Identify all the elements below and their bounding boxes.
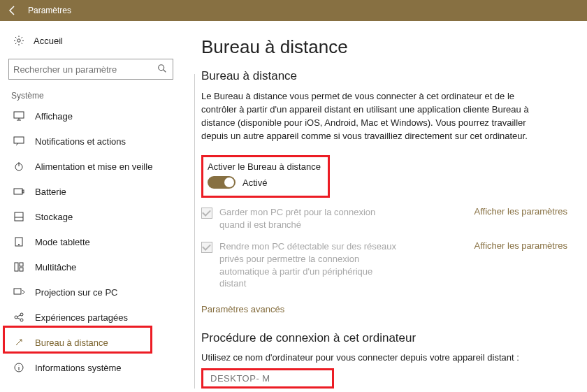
tablet-icon — [11, 237, 27, 247]
svg-point-15 — [20, 313, 23, 316]
pc-name-highlight-box: DESKTOP- M — [201, 368, 334, 389]
svg-rect-12 — [20, 268, 23, 271]
sidebar-item-label: Informations système — [35, 363, 122, 373]
sidebar-item-multitache[interactable]: Multitâche — [8, 254, 182, 280]
sidebar-item-experiences-partagees[interactable]: Expériences partagées — [8, 305, 182, 330]
gear-icon — [11, 35, 27, 46]
back-button[interactable] — [3, 1, 22, 20]
power-icon — [11, 161, 27, 171]
pc-name-value: DESKTOP- M — [210, 373, 270, 384]
svg-rect-13 — [14, 289, 21, 294]
project-icon — [11, 288, 27, 296]
search-box[interactable] — [8, 59, 173, 80]
main-content: Bureau à distance Bureau à distance Le B… — [182, 21, 587, 389]
remote-icon — [11, 337, 27, 347]
checkbox-icon[interactable] — [201, 242, 212, 253]
sidebar-item-projection[interactable]: Projection sur ce PC — [8, 280, 182, 305]
connect-description: Utilisez ce nom d'ordinateur pour vous c… — [201, 352, 551, 363]
info-icon — [11, 363, 27, 372]
svg-rect-10 — [15, 263, 18, 271]
sidebar-item-label: Stockage — [35, 212, 73, 222]
section-title: Bureau à distance — [201, 69, 567, 83]
sidebar-item-affichage[interactable]: Affichage — [8, 103, 182, 129]
sidebar-item-alimentation[interactable]: Alimentation et mise en veille — [8, 154, 182, 179]
sidebar-item-informations-systeme[interactable]: Informations système — [8, 355, 182, 380]
svg-rect-2 — [14, 112, 24, 118]
svg-rect-5 — [14, 189, 22, 194]
checkbox-icon[interactable] — [201, 208, 212, 219]
sidebar-item-label: Mode tablette — [35, 237, 90, 247]
svg-rect-11 — [20, 263, 23, 266]
toggle-label: Activer le Bureau à distance — [208, 161, 321, 172]
option-keep-pc-ready: Garder mon PC prêt pour la connexion qua… — [201, 206, 567, 231]
option-discoverable: Rendre mon PC détectable sur des réseaux… — [201, 240, 567, 289]
sidebar-item-label: Affichage — [35, 111, 73, 122]
home-button[interactable]: Accueil — [8, 29, 182, 52]
toggle-highlight-box: Activer le Bureau à distance Activé — [201, 155, 330, 198]
description-text: Le Bureau à distance vous permet de vous… — [201, 90, 551, 143]
svg-point-9 — [18, 244, 19, 245]
sidebar-item-label: Multitâche — [35, 262, 76, 273]
svg-point-14 — [15, 316, 17, 319]
svg-point-0 — [17, 39, 20, 42]
share-icon — [11, 312, 27, 322]
toggle-state-text: Activé — [242, 177, 267, 188]
page-title: Bureau à distance — [201, 36, 567, 58]
svg-point-1 — [159, 65, 164, 71]
svg-rect-6 — [22, 190, 24, 193]
titlebar: Paramètres — [0, 0, 587, 21]
message-icon — [11, 136, 27, 146]
option-text: Garder mon PC prêt pour la connexion qua… — [219, 206, 401, 231]
svg-rect-7 — [15, 212, 23, 221]
multitask-icon — [11, 262, 27, 272]
sidebar-item-batterie[interactable]: Batterie — [8, 179, 182, 204]
sidebar-item-label: Expériences partagées — [35, 312, 128, 323]
display-icon — [11, 111, 27, 121]
sidebar-item-label: Batterie — [35, 187, 66, 197]
advanced-settings-link[interactable]: Paramètres avancés — [201, 304, 284, 314]
battery-icon — [11, 188, 27, 195]
sidebar-item-notifications[interactable]: Notifications et actions — [8, 129, 182, 154]
connect-section-title: Procédure de connexion à cet ordinateur — [201, 331, 567, 345]
sidebar-item-label: Projection sur ce PC — [35, 287, 118, 298]
search-input[interactable] — [13, 64, 157, 75]
search-icon — [157, 64, 168, 75]
sidebar-item-mode-tablette[interactable]: Mode tablette — [8, 229, 182, 254]
divider — [194, 74, 195, 389]
sidebar-item-stockage[interactable]: Stockage — [8, 204, 182, 229]
nav-list: Affichage Notifications et actions Alime… — [8, 103, 182, 380]
remote-desktop-toggle[interactable] — [208, 176, 235, 189]
sidebar-item-label: Notifications et actions — [35, 136, 126, 147]
sidebar-item-bureau-a-distance[interactable]: Bureau à distance — [8, 330, 182, 355]
show-settings-link[interactable]: Afficher les paramètres — [474, 206, 567, 217]
storage-icon — [11, 212, 27, 222]
svg-rect-3 — [14, 137, 24, 143]
sidebar: Accueil Système Affichage Notifications … — [0, 21, 182, 389]
sidebar-item-label: Alimentation et mise en veille — [35, 161, 152, 172]
show-settings-link[interactable]: Afficher les paramètres — [474, 240, 567, 251]
category-label: Système — [11, 91, 182, 101]
window-title: Paramètres — [28, 6, 71, 15]
option-text: Rendre mon PC détectable sur des réseaux… — [219, 240, 401, 289]
home-label: Accueil — [34, 36, 63, 46]
sidebar-item-label: Bureau à distance — [35, 337, 108, 348]
svg-point-16 — [20, 319, 23, 321]
